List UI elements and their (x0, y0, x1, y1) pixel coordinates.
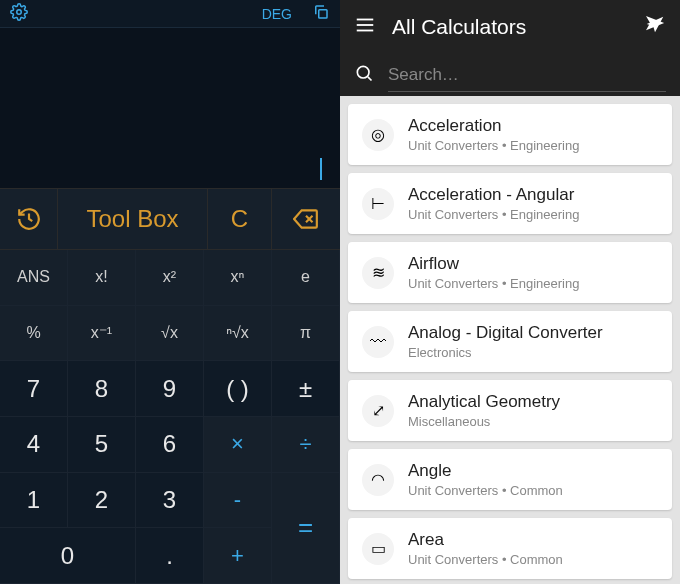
list-item-subtitle: Unit Converters • Engineering (408, 276, 579, 291)
key-3[interactable]: 3 (136, 473, 204, 529)
tool-row: Tool Box C (0, 188, 340, 250)
list-item-subtitle: Electronics (408, 345, 603, 360)
calculator-topbar: DEG (0, 0, 340, 28)
list-item[interactable]: ◠AngleUnit Converters • Common (348, 449, 672, 510)
list-item[interactable]: ⤢Analytical GeometryMiscellaneous (348, 380, 672, 441)
key-9[interactable]: 9 (136, 361, 204, 417)
list-item-subtitle: Miscellaneous (408, 414, 560, 429)
list-item-icon: ◠ (362, 464, 394, 496)
svg-point-0 (17, 9, 22, 14)
list-item[interactable]: 〰Analog - Digital ConverterElectronics (348, 311, 672, 372)
list-item[interactable]: ▭AreaUnit Converters • Common (348, 518, 672, 579)
search-input[interactable] (388, 59, 666, 92)
list-item-icon: 〰 (362, 326, 394, 358)
display-cursor (320, 158, 322, 180)
list-item-subtitle: Unit Converters • Engineering (408, 138, 579, 153)
backspace-button[interactable] (272, 189, 340, 249)
key-percent[interactable]: % (0, 306, 68, 362)
all-calculators-panel: All Calculators ◎AccelerationUnit Conver… (340, 0, 680, 584)
list-item-title: Acceleration (408, 116, 579, 136)
key-plusminus[interactable]: ± (272, 361, 340, 417)
list-item-icon: ≋ (362, 257, 394, 289)
key-6[interactable]: 6 (136, 417, 204, 473)
key-reciprocal[interactable]: x⁻¹ (68, 306, 136, 362)
list-item-title: Airflow (408, 254, 579, 274)
share-icon[interactable] (644, 14, 666, 40)
menu-icon[interactable] (354, 14, 376, 40)
list-item-icon: ⊢ (362, 188, 394, 220)
list-item-subtitle: Unit Converters • Engineering (408, 207, 579, 222)
key-square[interactable]: x² (136, 250, 204, 306)
list-item[interactable]: ◎AccelerationUnit Converters • Engineeri… (348, 104, 672, 165)
list-item-text: AreaUnit Converters • Common (408, 530, 563, 567)
list-item-text: Analog - Digital ConverterElectronics (408, 323, 603, 360)
list-item-title: Analytical Geometry (408, 392, 560, 412)
calculator-panel: DEG Tool Box C ANS x! x² xⁿ e % x⁻¹ √x ⁿ… (0, 0, 340, 584)
list-item-icon: ▭ (362, 533, 394, 565)
page-title: All Calculators (392, 15, 628, 39)
key-equals[interactable]: = (272, 473, 340, 584)
key-pi[interactable]: π (272, 306, 340, 362)
list-item-icon: ◎ (362, 119, 394, 151)
list-item-subtitle: Unit Converters • Common (408, 483, 563, 498)
key-divide[interactable]: ÷ (272, 417, 340, 473)
clear-button[interactable]: C (208, 189, 272, 249)
list-item-subtitle: Unit Converters • Common (408, 552, 563, 567)
list-item-text: Analytical GeometryMiscellaneous (408, 392, 560, 429)
key-7[interactable]: 7 (0, 361, 68, 417)
search-icon[interactable] (354, 63, 374, 87)
key-factorial[interactable]: x! (68, 250, 136, 306)
list-item-text: Acceleration - AngularUnit Converters • … (408, 185, 579, 222)
history-button[interactable] (0, 189, 58, 249)
search-row (340, 54, 680, 96)
key-decimal[interactable]: . (136, 528, 204, 584)
key-8[interactable]: 8 (68, 361, 136, 417)
calculator-display[interactable] (0, 28, 340, 188)
calculator-list[interactable]: ◎AccelerationUnit Converters • Engineeri… (340, 96, 680, 584)
key-sqrt[interactable]: √x (136, 306, 204, 362)
key-4[interactable]: 4 (0, 417, 68, 473)
keypad: ANS x! x² xⁿ e % x⁻¹ √x ⁿ√x π 7 8 9 ( ) … (0, 250, 340, 584)
list-item-title: Area (408, 530, 563, 550)
list-item-text: AccelerationUnit Converters • Engineerin… (408, 116, 579, 153)
copy-icon[interactable] (312, 3, 330, 25)
key-0[interactable]: 0 (0, 528, 136, 584)
list-item-title: Angle (408, 461, 563, 481)
toolbox-button[interactable]: Tool Box (58, 189, 208, 249)
key-5[interactable]: 5 (68, 417, 136, 473)
key-minus[interactable]: - (204, 473, 272, 529)
key-2[interactable]: 2 (68, 473, 136, 529)
gear-icon[interactable] (10, 3, 28, 25)
svg-line-8 (368, 77, 372, 81)
key-power[interactable]: xⁿ (204, 250, 272, 306)
list-item-icon: ⤢ (362, 395, 394, 427)
list-item-text: AngleUnit Converters • Common (408, 461, 563, 498)
key-plus[interactable]: + (204, 528, 272, 584)
list-item[interactable]: ≋AirflowUnit Converters • Engineering (348, 242, 672, 303)
svg-point-7 (357, 66, 369, 78)
key-ans[interactable]: ANS (0, 250, 68, 306)
list-item-text: AirflowUnit Converters • Engineering (408, 254, 579, 291)
list-item-title: Analog - Digital Converter (408, 323, 603, 343)
key-e[interactable]: e (272, 250, 340, 306)
key-nth-root[interactable]: ⁿ√x (204, 306, 272, 362)
list-item-title: Acceleration - Angular (408, 185, 579, 205)
list-header: All Calculators (340, 0, 680, 54)
list-item[interactable]: ⊢Acceleration - AngularUnit Converters •… (348, 173, 672, 234)
angle-mode[interactable]: DEG (262, 6, 292, 22)
key-multiply[interactable]: × (204, 417, 272, 473)
svg-rect-1 (319, 9, 327, 17)
key-parens[interactable]: ( ) (204, 361, 272, 417)
key-1[interactable]: 1 (0, 473, 68, 529)
